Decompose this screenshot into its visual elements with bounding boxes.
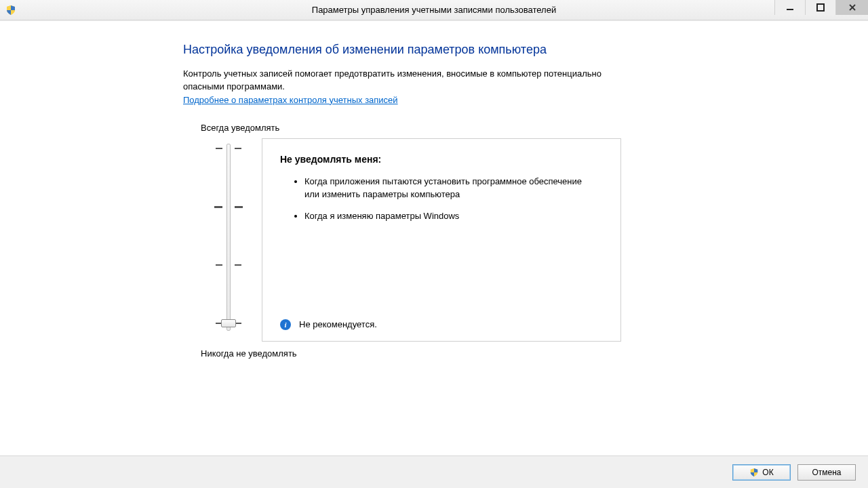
slider-thumb[interactable] [221,319,236,327]
slider-tick [216,264,222,266]
shield-icon [5,5,16,16]
slider-tick [214,206,222,208]
notification-slider-zone: Всегда уведомлять [201,123,868,359]
slider-tick [235,148,241,149]
cancel-button[interactable]: Отмена [797,464,856,481]
slider-track [226,144,231,331]
level-description-panel: Не уведомлять меня: Когда приложения пыт… [262,138,621,342]
slider-tick [216,148,222,149]
info-panel-item: Когда я изменяю параметры Windows [304,210,589,223]
svg-rect-0 [787,9,793,10]
dialog-footer: ОК Отмена [0,455,868,488]
slider-tick [235,264,241,266]
uac-settings-window: Параметры управления учетными записями п… [0,0,868,488]
minimize-button[interactable] [774,0,805,15]
close-button[interactable] [835,0,868,15]
info-panel-title: Не уведомлять меня: [280,154,603,165]
page-heading: Настройка уведомления об изменении парам… [183,43,868,57]
slider-top-label: Всегда уведомлять [201,123,868,133]
recommendation-text: Не рекомендуется. [299,319,377,329]
maximize-button[interactable] [805,0,835,15]
info-icon: i [280,319,291,330]
ok-button[interactable]: ОК [732,464,791,481]
learn-more-link[interactable]: Подробнее о параметрах контроля учетных … [183,95,398,105]
slider-tick [235,206,243,208]
ok-button-label: ОК [762,468,773,477]
notification-slider[interactable] [201,138,262,342]
shield-icon [749,468,759,477]
svg-rect-1 [817,4,824,11]
cancel-button-label: Отмена [812,468,841,477]
recommendation-row: i Не рекомендуется. [280,319,603,330]
info-panel-item: Когда приложения пытаются установить про… [304,176,589,201]
page-description: Контроль учетных записей помогает предот… [183,68,617,94]
titlebar: Параметры управления учетными записями п… [0,0,868,20]
slider-bottom-label: Никогда не уведомлять [201,348,868,359]
window-title: Параметры управления учетными записями п… [0,5,868,15]
window-controls [774,0,868,15]
content-area: Настройка уведомления об изменении парам… [0,20,868,488]
info-panel-list: Когда приложения пытаются установить про… [280,176,603,233]
